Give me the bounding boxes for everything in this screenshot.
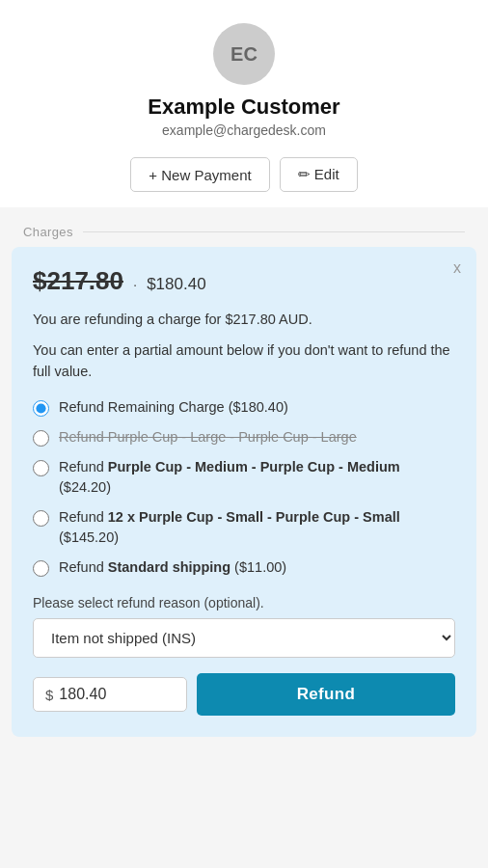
refund-button[interactable]: Refund	[197, 673, 455, 716]
charges-section-label: Charges	[0, 207, 488, 247]
select-label: Please select refund reason (optional).	[33, 595, 455, 610]
price-current: $180.40	[147, 275, 205, 294]
new-payment-button[interactable]: + New Payment	[130, 157, 269, 192]
refund-option-5-label[interactable]: Refund Standard shipping ($11.00)	[59, 557, 286, 578]
dollar-symbol: $	[45, 687, 53, 703]
header: EC Example Customer example@chargedesk.c…	[0, 0, 488, 207]
refund-option-4-bold: 12 x Purple Cup - Small - Purple Cup - S…	[108, 509, 400, 525]
refund-actions: $ Refund	[33, 673, 455, 716]
refund-option-2[interactable]: Refund Purple Cup - Large - Purple Cup -…	[33, 427, 455, 448]
refund-option-3-label[interactable]: Refund Purple Cup - Medium - Purple Cup …	[59, 457, 455, 498]
amount-input[interactable]	[59, 686, 175, 703]
customer-name: Example Customer	[148, 95, 339, 120]
refund-option-3-bold: Purple Cup - Medium - Purple Cup - Mediu…	[108, 459, 400, 475]
refund-option-5-radio[interactable]	[33, 560, 49, 577]
refund-option-2-radio[interactable]	[33, 430, 49, 447]
refund-option-4-label[interactable]: Refund 12 x Purple Cup - Small - Purple …	[59, 507, 455, 548]
price-divider: ·	[133, 276, 137, 292]
refund-option-1-label[interactable]: Refund Remaining Charge ($180.40)	[59, 397, 288, 418]
refund-description-2: You can enter a partial amount below if …	[33, 340, 455, 383]
refund-option-2-label[interactable]: Refund Purple Cup - Large - Purple Cup -…	[59, 427, 357, 448]
avatar: EC	[213, 23, 275, 85]
refund-description-1: You are refunding a charge for $217.80 A…	[33, 310, 455, 331]
price-header: $217.80 · $180.40	[33, 266, 455, 296]
refund-options: Refund Remaining Charge ($180.40) Refund…	[33, 397, 455, 578]
action-buttons: + New Payment ✏ Edit	[130, 157, 357, 192]
refund-card: x $217.80 · $180.40 You are refunding a …	[12, 247, 476, 737]
refund-option-4[interactable]: Refund 12 x Purple Cup - Small - Purple …	[33, 507, 455, 548]
refund-option-3[interactable]: Refund Purple Cup - Medium - Purple Cup …	[33, 457, 455, 498]
refund-option-2-text: Refund Purple Cup - Large - Purple Cup -…	[59, 429, 357, 445]
edit-button[interactable]: ✏ Edit	[280, 157, 358, 192]
price-original: $217.80	[33, 266, 123, 296]
refund-reason-select[interactable]: Item not shipped (INS) Duplicate (DUP) F…	[33, 618, 455, 658]
refund-option-4-radio[interactable]	[33, 510, 49, 527]
refund-option-1[interactable]: Refund Remaining Charge ($180.40)	[33, 397, 455, 418]
refund-option-5-bold: Standard shipping	[108, 559, 230, 575]
customer-info: EC Example Customer example@chargedesk.c…	[148, 23, 339, 138]
customer-email: example@chargedesk.com	[162, 122, 326, 138]
refund-option-3-radio[interactable]	[33, 460, 49, 476]
amount-input-wrapper[interactable]: $	[33, 677, 187, 712]
refund-option-5[interactable]: Refund Standard shipping ($11.00)	[33, 557, 455, 578]
refund-option-1-radio[interactable]	[33, 400, 49, 417]
close-button[interactable]: x	[453, 260, 461, 276]
